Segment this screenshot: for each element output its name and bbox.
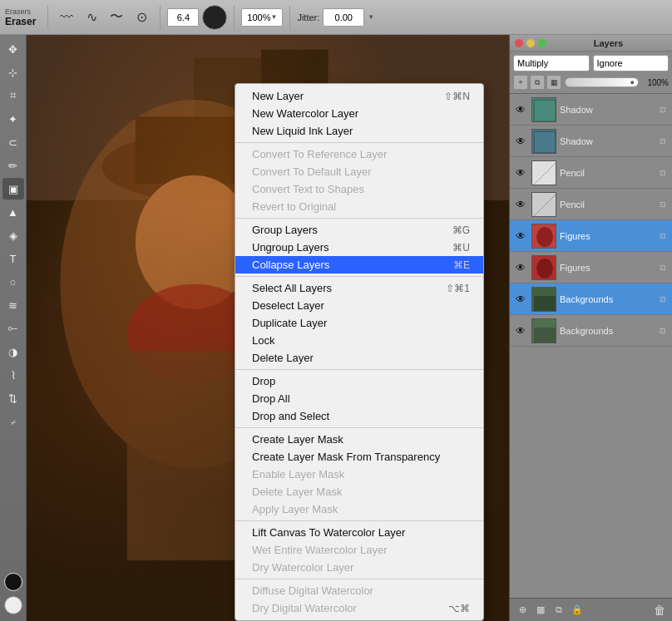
- layer-lock-pencil-2: ⊡: [657, 199, 669, 210]
- sidebar-tool-shape[interactable]: ○: [2, 271, 24, 293]
- svg-rect-26: [534, 328, 556, 343]
- delete-bottom-btn[interactable]: 🗑: [652, 603, 667, 618]
- menu-convert-shapes: Convert Text to Shapes: [235, 180, 483, 198]
- sidebar-tool-transform[interactable]: ⊹: [2, 62, 24, 83]
- sidebar-tool-eyedrop[interactable]: ⌿: [2, 411, 24, 432]
- toolbar-divider-3: [234, 6, 235, 29]
- layer-name-shadow-1: Shadow: [560, 105, 657, 115]
- menu-group-layers[interactable]: Group Layers ⌘G: [235, 221, 483, 239]
- menu-drop-all[interactable]: Drop All: [235, 390, 483, 407]
- jitter-input[interactable]: [323, 8, 364, 27]
- layer-row-figures-1[interactable]: 👁 Figures ⊡: [510, 220, 672, 252]
- layer-row-backgrounds-1[interactable]: 👁 Backgrounds ⊡: [510, 283, 672, 315]
- menu-create-mask-transparency[interactable]: Create Layer Mask From Transparency: [235, 448, 483, 466]
- lock-bottom-btn[interactable]: 🔒: [570, 603, 585, 618]
- new-layer-btn[interactable]: +: [513, 75, 528, 90]
- layer-visibility-figures-1[interactable]: 👁: [513, 229, 528, 244]
- layer-row-pencil-2[interactable]: 👁 Pencil ⊡: [510, 189, 672, 220]
- layer-row-shadow-1[interactable]: 👁 Shadow ⊡: [510, 94, 672, 126]
- menu-new-liquid-label: New Liquid Ink Layer: [252, 125, 353, 137]
- group-layer-btn[interactable]: ▦: [546, 75, 561, 90]
- duplicate-bottom-btn[interactable]: ⧉: [551, 603, 566, 618]
- sidebar-tool-lasso[interactable]: ⊂: [2, 131, 24, 153]
- menu-new-layer[interactable]: New Layer ⇧⌘N: [235, 87, 483, 105]
- sidebar-tool-smudge[interactable]: ≋: [2, 294, 24, 316]
- layer-lock-figures-2: ⊡: [657, 262, 669, 274]
- menu-delete-mask: Delete Layer Mask: [235, 483, 483, 500]
- color-secondary[interactable]: [4, 596, 22, 614]
- layer-visibility-shadow-1[interactable]: 👁: [513, 102, 528, 117]
- sidebar-tool-warp[interactable]: ⌇: [2, 364, 24, 386]
- brush-style-btn-3[interactable]: 〜: [105, 6, 128, 29]
- menu-new-liquid[interactable]: New Liquid Ink Layer: [235, 122, 483, 140]
- sidebar-tool-magic[interactable]: ✦: [2, 108, 24, 130]
- close-panel-btn[interactable]: [515, 39, 523, 47]
- layer-lock-shadow-2: ⊡: [657, 136, 669, 147]
- menu-dry-digital-shortcut: ⌥⌘: [448, 603, 470, 614]
- svg-point-22: [536, 259, 553, 278]
- new-group-bottom-btn[interactable]: ▦: [533, 603, 548, 618]
- preserve-mode-select[interactable]: Ignore: [593, 55, 670, 71]
- layer-visibility-backgrounds-1[interactable]: 👁: [513, 292, 528, 307]
- sidebar-tool-crop[interactable]: ⌗: [2, 85, 24, 106]
- menu-collapse-layers[interactable]: Collapse Layers ⌘E: [235, 256, 483, 274]
- sidebar-tool-eraser[interactable]: ▣: [2, 178, 24, 200]
- left-sidebar: ✥ ⊹ ⌗ ✦ ⊂ ✏ ▣ ▲ ◈ T ○ ≋ ⟜ ◑ ⌇ ⇅ ⌿: [0, 35, 27, 621]
- brush-style-btn-4[interactable]: ⊙: [130, 6, 153, 29]
- layer-row-shadow-2[interactable]: 👁 Shadow ⊡: [510, 126, 672, 157]
- blend-mode-select[interactable]: Multiply: [513, 55, 590, 71]
- layer-thumb-pencil-2: [531, 192, 556, 217]
- sidebar-tool-text[interactable]: T: [2, 248, 24, 269]
- layer-visibility-figures-2[interactable]: 👁: [513, 260, 528, 275]
- layer-lock-pencil-1: ⊡: [657, 167, 669, 179]
- layer-thumb-figures-2: [531, 255, 556, 280]
- menu-sep-1: [235, 142, 483, 143]
- sidebar-tool-move[interactable]: ✥: [2, 38, 24, 60]
- sidebar-tool-brush[interactable]: ✏: [2, 155, 24, 176]
- layer-name-shadow-2: Shadow: [560, 136, 657, 146]
- sidebar-tool-paint[interactable]: ▲: [2, 201, 24, 223]
- maximize-panel-btn[interactable]: [538, 39, 546, 47]
- brush-style-btn-2[interactable]: ∿: [80, 6, 103, 29]
- color-primary[interactable]: [4, 573, 22, 591]
- layer-visibility-pencil-1[interactable]: 👁: [513, 165, 528, 180]
- layer-row-pencil-1[interactable]: 👁 Pencil ⊡: [510, 157, 672, 189]
- layer-row-backgrounds-2[interactable]: 👁 Backgrounds ⊡: [510, 315, 672, 347]
- new-layer-bottom-btn[interactable]: ⊕: [515, 603, 530, 618]
- layer-visibility-backgrounds-2[interactable]: 👁: [513, 323, 528, 338]
- sidebar-tool-mirror[interactable]: ⇅: [2, 387, 24, 409]
- bottom-action-icons: ⊕ ▦ ⧉ 🔒: [515, 603, 585, 618]
- layer-visibility-pencil-2[interactable]: 👁: [513, 197, 528, 212]
- menu-delete-mask-label: Delete Layer Mask: [252, 485, 342, 498]
- brush-style-btn-1[interactable]: 〰: [55, 6, 78, 29]
- layer-visibility-shadow-2[interactable]: 👁: [513, 134, 528, 149]
- menu-new-layer-label: New Layer: [252, 90, 304, 102]
- menu-enable-mask-label: Enable Layer Mask: [252, 468, 344, 481]
- menu-drop[interactable]: Drop: [235, 372, 483, 390]
- menu-delete-layer[interactable]: Delete Layer: [235, 349, 483, 367]
- sidebar-tool-blend[interactable]: ⟜: [2, 318, 24, 339]
- menu-sep-7: [235, 579, 483, 579]
- menu-lift-canvas[interactable]: Lift Canvas To Watercolor Layer: [235, 524, 483, 541]
- menu-create-mask[interactable]: Create Layer Mask: [235, 431, 483, 448]
- layer-row-figures-2[interactable]: 👁 Figures ⊡: [510, 252, 672, 283]
- menu-new-watercolor[interactable]: New Watercolor Layer: [235, 105, 483, 122]
- menu-drop-select[interactable]: Drop and Select: [235, 407, 483, 425]
- sidebar-tool-fill[interactable]: ◈: [2, 224, 24, 246]
- menu-lock[interactable]: Lock: [235, 332, 483, 349]
- duplicate-layer-btn[interactable]: ⧉: [530, 75, 545, 90]
- menu-select-all[interactable]: Select All Layers ⇧⌘1: [235, 279, 483, 297]
- minimize-panel-btn[interactable]: [526, 39, 535, 47]
- menu-new-watercolor-label: New Watercolor Layer: [252, 107, 358, 120]
- menu-ungroup-layers[interactable]: Ungroup Layers ⌘U: [235, 239, 483, 256]
- menu-lift-canvas-label: Lift Canvas To Watercolor Layer: [252, 526, 405, 539]
- svg-rect-11: [532, 98, 556, 122]
- layer-action-icons: + ⧉ ▦: [513, 75, 561, 90]
- opacity-slider[interactable]: ●: [565, 77, 639, 87]
- sidebar-tool-dodge[interactable]: ◑: [2, 341, 24, 362]
- menu-duplicate[interactable]: Duplicate Layer: [235, 314, 483, 332]
- opacity-display: 100% ▼: [241, 8, 283, 27]
- menu-deselect[interactable]: Deselect Layer: [235, 297, 483, 314]
- menu-collapse-label: Collapse Layers: [252, 259, 329, 271]
- brush-size-input[interactable]: [167, 8, 199, 27]
